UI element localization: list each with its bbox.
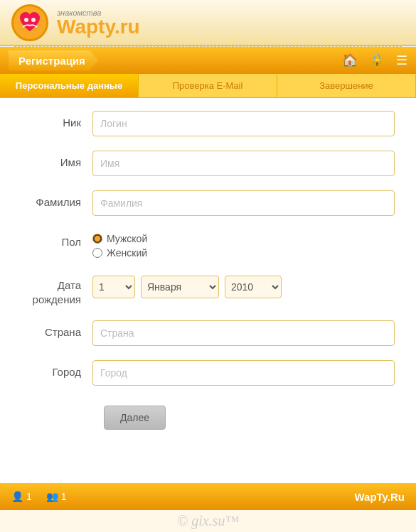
home-icon[interactable]: 🏠 — [342, 53, 358, 68]
footer: 👤 1 👥 1 WapTy.Ru — [0, 483, 416, 510]
familiya-row: Фамилия — [21, 190, 395, 216]
watermark: © gix.su™ — [0, 510, 416, 532]
strana-row: Страна — [21, 320, 395, 346]
imya-input[interactable] — [92, 151, 395, 176]
familiya-label: Фамилия — [21, 190, 92, 208]
logo-icon — [11, 4, 48, 41]
nav-icons: 🏠 🔒 ☰ — [342, 53, 407, 68]
pol-row: Пол Мужской Женский — [21, 230, 395, 259]
step-email[interactable]: Проверка E-Mail — [139, 74, 277, 97]
logo-text: знакомства Wapty.ru — [57, 9, 140, 37]
imya-row: Имя — [21, 151, 395, 176]
lock-icon[interactable]: 🔒 — [369, 53, 385, 68]
nik-label: Ник — [21, 111, 92, 129]
nik-row: Ник — [21, 111, 395, 136]
nik-input[interactable] — [92, 111, 395, 136]
navbar: Регистрация 🏠 🔒 ☰ — [0, 47, 416, 74]
users-count: 1 — [26, 491, 32, 502]
step-personal[interactable]: Персональные данные — [0, 74, 139, 97]
logo-svg — [17, 10, 43, 36]
gorod-input[interactable] — [92, 360, 395, 386]
footer-stats: 👤 1 👥 1 — [11, 491, 67, 502]
gender-muzhskoy[interactable]: Мужской — [92, 233, 147, 244]
users-stat: 👤 1 — [11, 491, 32, 502]
pol-label: Пол — [21, 230, 92, 248]
gender-zhenskiy[interactable]: Женский — [92, 247, 147, 259]
gender-group: Мужской Женский — [92, 230, 147, 259]
gender-male-radio[interactable] — [92, 234, 102, 244]
menu-icon[interactable]: ☰ — [396, 53, 407, 68]
gorod-row: Город — [21, 360, 395, 386]
online-icon: 👥 — [46, 491, 58, 502]
svg-point-0 — [24, 18, 28, 22]
strana-input[interactable] — [92, 320, 395, 346]
nav-title: Регистрация — [9, 50, 98, 71]
svg-point-1 — [31, 18, 36, 22]
gender-female-radio[interactable] — [92, 248, 102, 258]
steps-bar: Персональные данные Проверка E-Mail Заве… — [0, 74, 416, 98]
month-select[interactable]: ЯнваряФевраляМартаАпреляМаяИюняИюляАвгус… — [141, 276, 219, 298]
online-stat: 👥 1 — [46, 491, 67, 502]
day-select[interactable]: 12345 678910 1112131415 1617181920 21222… — [92, 276, 135, 298]
next-button[interactable]: Далее — [104, 406, 166, 430]
date-label: Дата рождения — [21, 273, 92, 306]
strana-label: Страна — [21, 320, 92, 338]
footer-brand: WapTy.Ru — [354, 491, 405, 503]
familiya-input[interactable] — [92, 190, 395, 216]
logo-main: Wapty.ru — [57, 17, 140, 37]
online-count: 1 — [61, 491, 67, 502]
step-finish[interactable]: Завершение — [277, 74, 416, 97]
date-group: 12345 678910 1112131415 1617181920 21222… — [92, 273, 282, 298]
gorod-label: Город — [21, 360, 92, 378]
form-area: Ник Имя Фамилия Пол Мужской Женский Дата… — [0, 98, 416, 483]
date-row: Дата рождения 12345 678910 1112131415 16… — [21, 273, 395, 306]
users-icon: 👤 — [11, 491, 23, 502]
year-select[interactable]: 2015201420132012201120102009200820072006… — [225, 276, 282, 298]
header: знакомства Wapty.ru — [0, 0, 416, 46]
imya-label: Имя — [21, 151, 92, 168]
